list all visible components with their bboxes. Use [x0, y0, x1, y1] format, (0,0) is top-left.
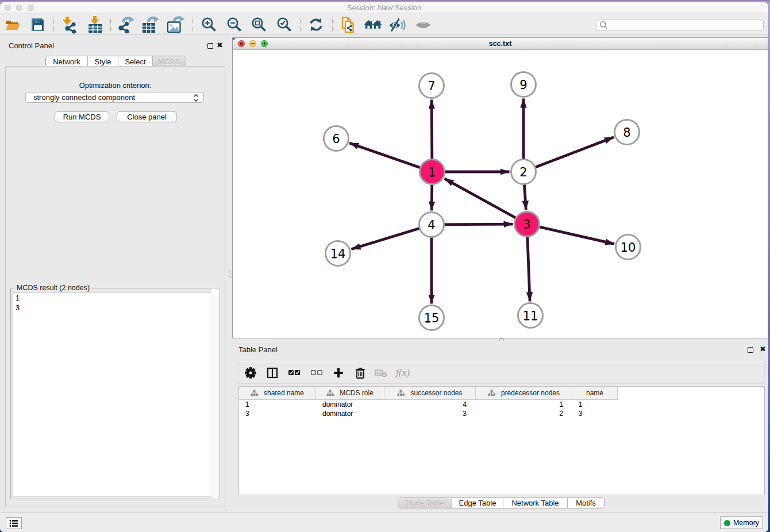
criterion-select[interactable]: strongly connected component [25, 92, 204, 103]
column-header-successor-nodes[interactable]: successor nodes [384, 387, 476, 400]
export-image-button[interactable] [165, 16, 185, 33]
tab-network-table[interactable]: Network Table [503, 498, 567, 508]
mcds-result-group: MCDS result (2 nodes) 13 [10, 288, 220, 499]
column-header-MCDS-role[interactable]: MCDS role [316, 387, 384, 400]
select-all-button[interactable] [286, 365, 303, 381]
show-column-panel-button[interactable] [264, 365, 281, 381]
control-panel-tabs: NetworkStyleSelectMCDS [45, 56, 186, 67]
tab-node-table[interactable]: Node Table [398, 498, 452, 508]
node-9[interactable]: 9 [511, 72, 536, 97]
show-all-button[interactable] [414, 16, 433, 33]
export-network-button[interactable] [116, 16, 136, 33]
tab-edge-table[interactable]: Edge Table [452, 498, 503, 508]
toolbar-separator [300, 17, 301, 32]
node-6[interactable]: 6 [324, 126, 349, 151]
control-panel-title: Control Panel [9, 41, 54, 50]
node-label: 6 [332, 132, 340, 146]
node-15[interactable]: 15 [419, 306, 444, 330]
table-panel-float-button[interactable] [748, 347, 753, 353]
zoom-fit-button[interactable] [249, 16, 268, 33]
tab-network[interactable]: Network [46, 56, 87, 67]
close-panel-button[interactable]: Close panel [117, 111, 177, 122]
node-label: 9 [519, 78, 527, 92]
toolbar-separator [332, 17, 333, 32]
hide-selected-button[interactable] [388, 16, 407, 33]
control-panel-close-button[interactable]: ✖ [217, 43, 223, 48]
column-header-label: name [586, 389, 603, 397]
status-bar: Memory [0, 512, 768, 532]
main-area: Control Panel ✖ NetworkStyleSelectMCDS O… [0, 35, 768, 512]
node-10[interactable]: 10 [616, 235, 641, 260]
save-session-button[interactable] [28, 16, 48, 33]
search-input[interactable] [610, 21, 763, 29]
network-window-title: scc.txt [233, 40, 768, 48]
cell-MCDS-role: dominator [316, 409, 384, 418]
svg-text:f(x): f(x) [396, 367, 410, 378]
add-column-button[interactable] [330, 365, 347, 381]
node-4[interactable]: 4 [419, 213, 444, 237]
import-network-button[interactable] [60, 16, 80, 33]
edge-2-8[interactable] [523, 137, 614, 172]
delete-column-button[interactable] [352, 365, 369, 381]
cell-name: 3 [572, 409, 618, 418]
column-header-label: predecessor nodes [501, 389, 560, 397]
control-panel-float-button[interactable] [207, 43, 213, 49]
edge-3-10[interactable] [527, 224, 614, 244]
cell-MCDS-role: dominator [316, 400, 384, 409]
table-row[interactable]: 1dominator411 [239, 400, 764, 409]
node-3[interactable]: 3 [515, 212, 540, 237]
node-11[interactable]: 11 [518, 303, 543, 328]
column-header-name[interactable]: name [572, 387, 618, 400]
result-scrollbar[interactable] [211, 288, 220, 499]
tab-motifs[interactable]: Motifs [567, 498, 604, 508]
search-box[interactable] [596, 19, 764, 31]
titlebar: Session: New Session [0, 2, 768, 13]
clone-network-button[interactable] [338, 16, 358, 33]
tab-style[interactable]: Style [87, 56, 118, 67]
right-area: scc.txt 7 9 6 8 1 2 4 3 14 10 [232, 35, 768, 512]
network-canvas[interactable]: 7 9 6 8 1 2 4 3 14 10 15 11 [233, 50, 768, 338]
criterion-value: strongly connected component [33, 93, 135, 102]
memory-button[interactable]: Memory [720, 516, 763, 529]
run-mcds-button[interactable]: Run MCDS [55, 111, 109, 122]
node-label: 15 [424, 311, 440, 325]
column-header-predecessor-nodes[interactable]: predecessor nodes [476, 387, 572, 400]
table-panel-close-button[interactable]: ✖ [760, 346, 766, 352]
task-history-button[interactable] [6, 517, 22, 529]
table-panel: Table Panel ✖ f(x) shared name [232, 341, 768, 512]
mcds-result-list[interactable]: 13 [12, 292, 218, 497]
node-label: 11 [523, 309, 538, 323]
toolbar-separator [53, 17, 54, 32]
tab-select[interactable]: Select [118, 56, 152, 67]
table-toolbar: f(x) [238, 361, 765, 384]
mcds-result-title: MCDS result (2 nodes) [14, 284, 92, 292]
node-14[interactable]: 14 [326, 241, 351, 266]
column-type-icon [251, 390, 258, 396]
tab-mcds[interactable]: MCDS [152, 56, 186, 67]
column-type-icon [397, 390, 405, 396]
mcds-result-item[interactable]: 3 [13, 303, 218, 313]
node-2[interactable]: 2 [511, 160, 536, 184]
deselect-all-button[interactable] [308, 365, 325, 381]
import-table-button[interactable] [86, 16, 105, 33]
network-window-titlebar[interactable]: scc.txt [233, 38, 768, 50]
node-7[interactable]: 7 [419, 74, 444, 98]
cell-name: 1 [572, 400, 618, 409]
export-table-button[interactable] [140, 16, 160, 33]
mcds-result-item[interactable]: 1 [13, 293, 218, 303]
first-neighbors-button[interactable] [363, 16, 383, 33]
edge-3-1[interactable] [445, 179, 528, 224]
table-options-button[interactable] [242, 365, 259, 381]
node-1[interactable]: 1 [420, 160, 445, 184]
open-file-button[interactable] [3, 16, 22, 33]
column-header-shared-name[interactable]: shared name [239, 387, 316, 400]
zoom-selected-button[interactable] [274, 16, 294, 33]
main-toolbar [0, 14, 768, 35]
zoom-in-button[interactable] [199, 16, 218, 33]
table-row[interactable]: 3dominator323 [239, 409, 764, 418]
apply-layout-button[interactable] [306, 16, 326, 33]
node-8[interactable]: 8 [615, 120, 640, 145]
table-header-row: shared name MCDS role successor nodes pr… [239, 387, 618, 400]
table-tabs: Node TableEdge TableNetwork TableMotifs [398, 498, 605, 508]
zoom-out-button[interactable] [224, 16, 244, 33]
